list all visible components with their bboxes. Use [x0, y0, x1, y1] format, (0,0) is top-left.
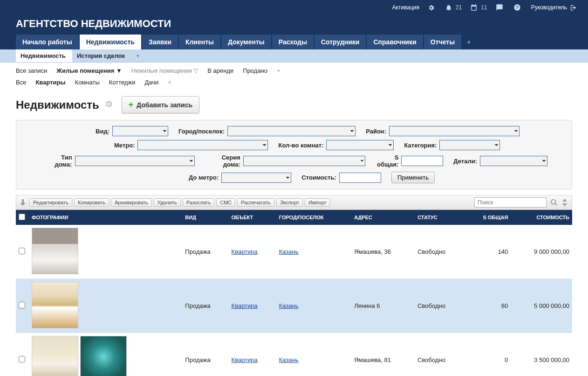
btn-export[interactable]: Экспорт [276, 198, 303, 207]
svg-line-3 [555, 203, 557, 205]
btn-import[interactable]: Импорт [305, 198, 330, 207]
user-menu[interactable]: Руководитель [531, 4, 579, 11]
filter-sold[interactable]: Продано [243, 67, 267, 74]
th-status[interactable]: СТАТУС [415, 210, 465, 225]
btn-sms[interactable]: СМС [216, 198, 235, 207]
nav-employees[interactable]: Сотрудники [315, 35, 366, 49]
cell-status: Свободно [415, 333, 465, 376]
th-type[interactable]: ВИД [182, 210, 228, 225]
btn-delete[interactable]: Удалить [154, 198, 181, 207]
cell-object-link[interactable]: Квартира [232, 248, 258, 255]
btn-send[interactable]: Разослать [183, 198, 215, 207]
filter-row1-add[interactable]: + [277, 67, 280, 74]
cell-object-link[interactable]: Квартира [232, 356, 258, 363]
filter-residential[interactable]: Жилые помещения ▼ [56, 67, 122, 74]
cell-city-link[interactable]: Казань [279, 248, 299, 255]
select-all-checkbox[interactable] [19, 214, 25, 220]
nav-documents[interactable]: Документы [221, 35, 271, 49]
filter-nonresidential[interactable]: Нежилые помещения ▽ [131, 67, 198, 74]
cell-type: Продажа [182, 225, 228, 279]
cell-type: Продажа [182, 279, 228, 333]
th-address[interactable]: АДРЕС [351, 210, 415, 225]
nav-expenses[interactable]: Расходы [272, 35, 314, 49]
nav-reports[interactable]: Отчеты [424, 35, 461, 49]
sub-tabs: Недвижимость История сделок + [0, 49, 588, 63]
table-row[interactable]: Продажа Квартира Казань Ямашева, 81 Своб… [16, 333, 572, 376]
btn-archive[interactable]: Архивировать [111, 198, 152, 207]
help[interactable]: ? [513, 4, 523, 11]
filter-all-records[interactable]: Все записи [16, 67, 47, 74]
select-details[interactable] [480, 156, 547, 166]
cell-city-link[interactable]: Казань [279, 356, 299, 363]
row-checkbox[interactable] [19, 248, 25, 254]
select-house-series[interactable] [243, 156, 366, 166]
select-rooms[interactable] [326, 140, 394, 150]
photo-thumb[interactable] [32, 228, 78, 274]
cell-object-link[interactable]: Квартира [232, 302, 258, 309]
nav-realestate[interactable]: Недвижимость [80, 35, 141, 49]
table-row[interactable]: Продажа Квартира Казань Ленина 6 Свободн… [16, 279, 572, 333]
label-to-metro: До метро: [189, 174, 219, 181]
select-house-type[interactable] [75, 156, 195, 166]
filter-all[interactable]: Все [16, 79, 26, 86]
cell-city-link[interactable]: Казань [279, 302, 299, 309]
th-photos[interactable]: ФОТОГРАФИИ [29, 210, 182, 225]
notifications[interactable]: 21 [445, 4, 462, 11]
toolbar-indicator[interactable] [20, 199, 26, 206]
subtab-realestate[interactable]: Недвижимость [16, 49, 72, 62]
input-price[interactable] [339, 173, 381, 183]
filter-cottages[interactable]: Коттеджи [109, 79, 136, 86]
nav-clients[interactable]: Клиенты [179, 35, 220, 49]
bell-icon [445, 4, 452, 11]
nav-requests[interactable]: Заявки [142, 35, 178, 49]
svg-text:?: ? [516, 5, 519, 10]
messages[interactable] [496, 4, 505, 11]
btn-edit[interactable]: Редактировать [29, 198, 72, 207]
th-city[interactable]: ГОРОД/ПОСЕЛОК [276, 210, 352, 225]
photo-thumb[interactable] [32, 336, 78, 376]
nav-start[interactable]: Начало работы [16, 35, 79, 49]
top-header: Активация 21 11 ? Руководитель [0, 0, 588, 15]
calendar[interactable]: 11 [470, 4, 487, 11]
btn-print[interactable]: Распечатать [237, 198, 274, 207]
cell-address: Ямашева, 81 [351, 333, 415, 376]
select-district[interactable] [389, 126, 520, 136]
row-checkbox[interactable] [19, 356, 25, 362]
select-metro[interactable] [137, 140, 268, 150]
th-price[interactable]: СТОИМОСТЬ [511, 210, 572, 225]
filter-apartments[interactable]: Квартиры [35, 79, 65, 86]
photo-thumb[interactable] [80, 336, 127, 376]
cell-price: 5 000 000,00 [511, 279, 572, 333]
row-checkbox[interactable] [19, 302, 25, 308]
select-city[interactable] [227, 126, 356, 136]
subtab-history[interactable]: История сделок [72, 49, 131, 62]
plus-icon: + [129, 100, 134, 110]
th-area[interactable]: S ОБЩАЯ [465, 210, 511, 225]
select-vid[interactable] [112, 126, 168, 136]
input-area[interactable] [401, 156, 443, 166]
th-object[interactable]: ОБЪЕКТ [229, 210, 276, 225]
sort-button[interactable] [561, 199, 568, 206]
select-to-metro[interactable] [221, 173, 291, 183]
cell-photos [29, 279, 182, 333]
activation-link[interactable]: Активация [392, 4, 419, 11]
nav-directories[interactable]: Справочники [367, 35, 423, 49]
settings-gear[interactable] [428, 4, 437, 11]
apply-button[interactable]: Применить [391, 172, 435, 183]
nav-add[interactable]: + [462, 35, 475, 49]
page-settings[interactable] [104, 99, 113, 110]
btn-copy[interactable]: Копировать [74, 198, 109, 207]
search-button[interactable] [550, 199, 558, 206]
photo-thumb[interactable] [32, 282, 78, 328]
activation-label: Активация [392, 4, 419, 11]
filter-in-rent[interactable]: В аренде [207, 67, 233, 74]
filter-dachas[interactable]: Дачи [145, 79, 159, 86]
subtab-add[interactable]: + [131, 49, 144, 62]
add-record-button[interactable]: + Добавить запись [122, 96, 199, 113]
filter-rooms[interactable]: Комнаты [75, 79, 100, 86]
filter-row2-add[interactable]: + [168, 79, 171, 86]
table-row[interactable]: Продажа Квартира Казань Ямашева, 36 Своб… [16, 225, 572, 279]
search-input[interactable] [474, 197, 547, 208]
select-category[interactable] [439, 140, 500, 150]
cell-area: 140 [465, 225, 511, 279]
